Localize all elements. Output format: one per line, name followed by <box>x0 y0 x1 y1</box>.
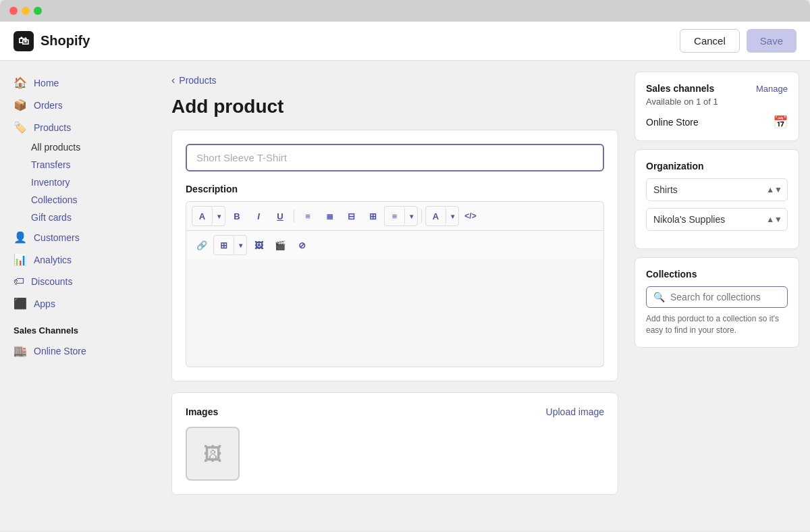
images-label: Images <box>186 406 218 417</box>
manage-link[interactable]: Manage <box>756 84 788 94</box>
sidebar-subitem-all-products[interactable]: All products <box>0 138 155 156</box>
sidebar-subitem-collections[interactable]: Collections <box>0 191 155 209</box>
online-store-icon: 🏬 <box>14 344 27 357</box>
org-header: Organization <box>646 161 788 171</box>
main-content: ‹ Products Add product Description A ▾ B… <box>155 61 634 531</box>
sidebar-item-customers[interactable]: 👤 Customers <box>0 226 155 248</box>
table-dropdown-btn[interactable]: ▾ <box>234 236 246 255</box>
sidebar-label-apps: Apps <box>34 298 55 309</box>
sales-channels-title: Sales Channels <box>0 315 155 340</box>
description-label: Description <box>186 184 604 194</box>
cancel-button[interactable]: Cancel <box>680 29 740 53</box>
editor-toolbar-row2: 🔗 ⊞ ▾ 🖼 🎬 ⊘ <box>186 230 604 259</box>
image-btn[interactable]: 🖼 <box>248 236 269 255</box>
discounts-icon: 🏷 <box>14 275 24 288</box>
sales-channels-header: Sales channels Manage <box>646 83 788 94</box>
analytics-icon: 📊 <box>14 253 27 266</box>
bullet-list-btn[interactable]: ≡ <box>298 207 318 225</box>
italic-btn[interactable]: I <box>248 207 269 225</box>
collections-title: Collections <box>646 269 697 280</box>
font-size-btn[interactable]: A <box>192 207 213 225</box>
sidebar-item-apps[interactable]: ⬛ Apps <box>0 292 155 315</box>
maximize-dot[interactable] <box>34 7 42 15</box>
sidebar-label-customers: Customers <box>34 232 80 243</box>
calendar-icon[interactable]: 📅 <box>773 115 788 130</box>
search-icon: 🔍 <box>653 292 665 302</box>
breadcrumb-arrow-icon: ‹ <box>171 74 175 86</box>
sidebar-item-analytics[interactable]: 📊 Analytics <box>0 248 155 271</box>
sidebar: 🏠 Home 📦 Orders 🏷️ Products All products… <box>0 61 155 531</box>
link-btn[interactable]: 🔗 <box>192 236 212 255</box>
save-button[interactable]: Save <box>747 29 796 53</box>
sidebar-label-home: Home <box>34 78 59 88</box>
sidebar-subitem-gift-cards[interactable]: Gift cards <box>0 209 155 226</box>
editor-toolbar: A ▾ B I U ≡ ≣ ⊟ ⊞ ≡ ▾ <box>186 201 604 230</box>
image-placeholder-icon: 🖼 <box>203 443 222 465</box>
text-color-group: A ▾ <box>425 206 459 226</box>
minimize-dot[interactable] <box>22 7 30 15</box>
close-dot[interactable] <box>9 7 18 15</box>
sidebar-label-discounts: Discounts <box>31 276 72 287</box>
sidebar-item-home[interactable]: 🏠 Home <box>0 72 155 94</box>
product-title-input[interactable] <box>186 144 604 171</box>
customers-icon: 👤 <box>14 231 27 244</box>
underline-btn[interactable]: U <box>270 207 290 225</box>
code-btn[interactable]: </> <box>460 207 481 225</box>
align-group: ≡ ▾ <box>384 206 418 226</box>
images-card-header: Images Upload image <box>186 406 604 417</box>
text-color-btn[interactable]: A <box>426 207 446 225</box>
collections-card: Collections 🔍 Add this porduct to a coll… <box>634 257 799 348</box>
bold-btn[interactable]: B <box>227 207 247 225</box>
breadcrumb-label: Products <box>179 75 216 86</box>
toolbar-sep-2 <box>421 209 422 223</box>
align-dropdown-btn[interactable]: ▾ <box>405 207 417 225</box>
table-btn[interactable]: ⊞ <box>214 236 234 255</box>
clear-btn[interactable]: ⊘ <box>292 236 312 255</box>
video-btn[interactable]: 🎬 <box>270 236 290 255</box>
collections-search-input[interactable] <box>670 292 780 302</box>
products-icon: 🏷️ <box>14 121 27 134</box>
home-icon: 🏠 <box>14 76 27 89</box>
font-size-dropdown-btn[interactable]: ▾ <box>213 207 225 225</box>
sidebar-item-products[interactable]: 🏷️ Products <box>0 116 155 138</box>
logo: 🛍 Shopify <box>14 31 90 51</box>
sidebar-item-online-store[interactable]: 🏬 Online Store <box>0 340 155 362</box>
outdent-btn[interactable]: ⊟ <box>341 207 361 225</box>
sales-channels-card: Sales channels Manage Available on 1 of … <box>634 72 799 141</box>
online-store-label: Online Store <box>646 117 699 128</box>
product-type-wrapper: Shirts Pants Accessories ▲▼ <box>646 178 788 201</box>
product-type-select[interactable]: Shirts Pants Accessories <box>646 178 788 201</box>
vendor-wrapper: Nikola's Supplies Other Vendor ▲▼ <box>646 208 788 231</box>
window-chrome <box>0 0 810 22</box>
sidebar-label-analytics: Analytics <box>34 255 72 265</box>
organization-card: Organization Shirts Pants Accessories ▲▼… <box>634 149 799 249</box>
orders-icon: 📦 <box>14 99 27 111</box>
images-card: Images Upload image 🖼 <box>171 392 618 495</box>
editor-body[interactable] <box>186 259 604 367</box>
available-text: Available on 1 of 1 <box>646 97 788 107</box>
sidebar-subitem-inventory[interactable]: Inventory <box>0 174 155 191</box>
sidebar-label-orders: Orders <box>34 100 63 111</box>
image-placeholder: 🖼 <box>186 427 240 481</box>
toolbar-sep-1 <box>294 209 294 223</box>
page-title: Add product <box>171 96 618 117</box>
sidebar-label-online-store: Online Store <box>34 346 86 356</box>
sidebar-item-orders[interactable]: 📦 Orders <box>0 94 155 116</box>
numbered-list-btn[interactable]: ≣ <box>319 207 340 225</box>
indent-btn[interactable]: ⊞ <box>362 207 383 225</box>
vendor-select[interactable]: Nikola's Supplies Other Vendor <box>646 208 788 231</box>
collections-search-wrapper: 🔍 <box>646 286 788 308</box>
upload-image-link[interactable]: Upload image <box>546 406 604 417</box>
breadcrumb[interactable]: ‹ Products <box>171 74 618 86</box>
topbar: 🛍 Shopify Cancel Save <box>0 22 810 61</box>
collections-header: Collections <box>646 269 788 280</box>
text-color-dropdown-btn[interactable]: ▾ <box>446 207 458 225</box>
font-size-group: A ▾ <box>192 206 225 226</box>
logo-icon: 🛍 <box>14 31 34 51</box>
right-sidebar: Sales channels Manage Available on 1 of … <box>634 61 810 531</box>
org-title: Organization <box>646 161 704 171</box>
align-btn[interactable]: ≡ <box>385 207 405 225</box>
apps-icon: ⬛ <box>14 297 27 310</box>
sidebar-item-discounts[interactable]: 🏷 Discounts <box>0 271 155 292</box>
sidebar-subitem-transfers[interactable]: Transfers <box>0 156 155 174</box>
